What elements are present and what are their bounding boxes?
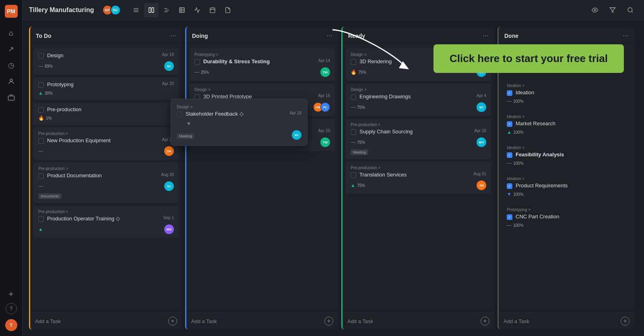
add-task-ready[interactable]: Add a Task + [343,312,494,330]
column-ready-title: Ready [348,33,365,39]
task-checkbox-preproduction[interactable] [38,107,44,113]
column-ready-menu[interactable]: ··· [483,31,489,40]
view-list-icon[interactable] [129,3,143,17]
sidebar-help-icon[interactable]: ? [6,303,17,314]
task-checkbox-cnc[interactable] [507,214,512,220]
topbar-right-icons [588,3,638,17]
task-checkbox-prototyping[interactable] [38,82,44,88]
task-checkbox-training[interactable] [38,216,44,222]
sidebar-add-icon[interactable]: + [4,287,19,301]
task-name-supplychain: Supply Chain Sourcing [359,129,467,135]
column-done-menu[interactable]: ··· [623,31,629,40]
task-progress-requirements: ▼ 100% [507,191,523,197]
task-checkbox-design[interactable] [38,53,44,59]
task-date-assembly: Apr 20 [314,129,330,133]
sidebar-item-activity[interactable]: ↗ [4,42,19,56]
task-card-design[interactable]: Design Apr 18 — 69% SC [33,48,179,75]
eye-icon[interactable] [588,3,602,17]
task-date-drawings: Apr 4 [470,93,486,98]
sidebar-item-people[interactable] [4,74,19,89]
sidebar: PM ⌂ ↗ ◷ + ? T [0,0,23,336]
app-logo[interactable]: PM [5,5,18,18]
task-avatar-drawings: SC [477,102,486,112]
add-task-doing-btn[interactable]: + [324,317,333,326]
add-task-todo[interactable]: Add a Task + [30,312,182,330]
column-ready-body: Design > 3D Rendering Apr 6 🔥 75% SC [343,45,494,312]
progress-icon-ideation: — [507,98,512,104]
task-checkbox-marketresearch[interactable] [507,121,512,127]
floating-card-checkbox[interactable] [177,112,182,117]
tag-badge-meeting-supply: Meeting [351,149,368,155]
add-task-ready-btn[interactable]: + [481,317,489,326]
task-card-supplychain[interactable]: Pre-production > Supply Chain Sourcing A… [346,118,491,159]
floating-card-name: Stakeholder Feedback ◇ [186,111,282,117]
task-name-marketresearch: Market Research [516,120,626,127]
task-checkbox-translation[interactable] [351,172,356,178]
task-progress-ideation: — 100% [507,98,524,104]
search-icon[interactable] [623,3,638,17]
add-task-done-btn[interactable]: + [621,317,630,326]
task-card-equipment[interactable]: Pre-production > New Production Equipmen… [33,127,179,160]
task-name-preproduction: Pre-production [47,106,174,112]
task-checkbox-stress[interactable] [194,59,200,65]
task-card-requirements[interactable]: Ideation > Product Requirements ▼ 100% [502,172,631,201]
promo-banner[interactable]: Click here to start your free trial [433,44,624,73]
task-checkbox-drawings[interactable] [351,94,356,100]
svg-line-21 [632,11,633,12]
add-task-done[interactable]: Add a Task + [499,312,634,330]
progress-icon-translation: ▲ [351,183,355,188]
task-card-documentation[interactable]: Pre-production > Product Documentation A… [33,162,179,203]
task-card-translation[interactable]: Pre-production > Translation Services Au… [346,162,491,194]
task-card-cnc[interactable]: Prototyping > CNC Part Creation — 100% [502,203,631,232]
floating-task-card[interactable]: Design > Stakeholder Feedback ◇ Apr 18 ▼… [171,99,308,146]
view-chart-icon[interactable] [190,3,204,17]
task-progress-translation: ▲ 75% [351,183,365,188]
task-progress-feasibility: — 100% [507,160,524,166]
task-parent-requirements: Ideation > [507,176,626,181]
floating-card-tag: Meeting [177,133,194,139]
progress-icon-flame: 🔥 [38,115,44,121]
task-card-training[interactable]: Pre-production > Production Operator Tra… [33,205,179,238]
task-card-feasibility[interactable]: Ideation > Feasibility Analysis — 100% [502,141,631,170]
task-avatar-3dprint-2: PL [320,102,330,112]
filter-icon[interactable] [605,3,620,17]
sidebar-item-clock[interactable]: ◷ [4,58,19,73]
task-checkbox-equipment[interactable] [38,138,44,144]
task-parent-drawings: Design > [351,87,486,92]
task-progress-drawings: — 75% [351,104,365,110]
task-checkbox-feasibility[interactable] [507,152,512,158]
task-date-translation: Aug 31 [470,172,486,176]
task-checkbox-requirements[interactable] [507,183,512,189]
sidebar-item-briefcase[interactable] [4,90,19,105]
progress-icon-supplychain: — [351,139,355,145]
task-progress-stress: — 25% [194,69,209,75]
task-checkbox-supplychain[interactable] [351,129,356,135]
task-card-ideation[interactable]: Ideation > Ideation — 100% [502,79,631,108]
view-calendar-icon[interactable] [205,3,220,17]
task-card-prototyping[interactable]: Prototyping Apr 20 ▲ 30% [33,77,179,100]
view-file-icon[interactable] [221,3,235,17]
task-parent-supplychain: Pre-production > [351,122,486,127]
column-todo-menu[interactable]: ··· [170,31,176,40]
user-avatar[interactable]: T [5,319,17,331]
view-board-icon[interactable] [144,3,159,17]
add-task-todo-btn[interactable]: + [168,317,177,326]
project-title: Tillery Manufacturing [29,6,94,14]
task-checkbox-3drender[interactable] [351,59,356,65]
task-card-stress[interactable]: Prototyping > Durability & Stress Testin… [190,48,335,81]
view-gantt-icon[interactable] [159,3,174,17]
add-task-doing[interactable]: Add a Task + [186,312,338,330]
floating-card-chevron: ▼ [186,121,191,127]
task-checkbox-documentation[interactable] [38,173,44,179]
task-checkbox-ideation[interactable] [507,90,512,96]
task-card-marketresearch[interactable]: Ideation > Market Research ▲ 100% [502,110,631,139]
svg-rect-10 [180,8,184,12]
sidebar-item-home[interactable]: ⌂ [4,26,19,40]
task-card-drawings[interactable]: Design > Engineering Drawings Apr 4 — 75… [346,83,491,116]
task-date-training: Sep 1 [158,216,174,220]
view-table-icon[interactable] [175,3,189,17]
task-name-prototyping: Prototyping [47,81,155,87]
avatar-group: GP SC [102,5,121,15]
task-card-preproduction[interactable]: Pre-production 🔥 1% [33,102,179,125]
column-doing-menu[interactable]: ··· [326,31,332,40]
